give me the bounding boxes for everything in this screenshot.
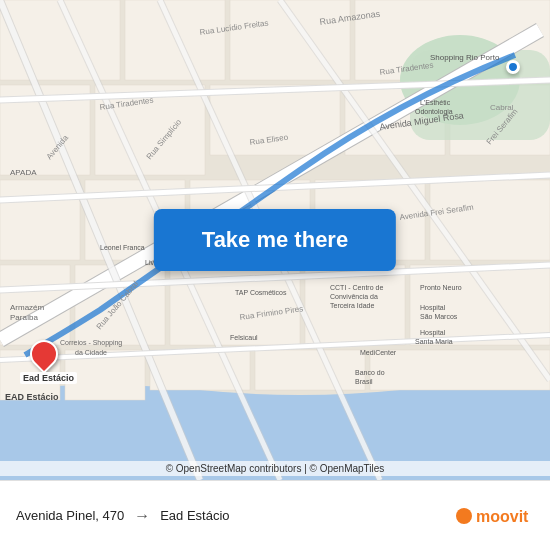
moovit-svg: moovit: [454, 502, 534, 530]
svg-rect-26: [370, 350, 550, 390]
svg-text:EAD Estácio: EAD Estácio: [5, 392, 59, 402]
svg-text:Convivência da: Convivência da: [330, 293, 378, 300]
svg-text:Hospital: Hospital: [420, 329, 446, 337]
svg-text:Felsicaul: Felsicaul: [230, 334, 258, 341]
svg-rect-16: [430, 180, 550, 260]
svg-text:APADA: APADA: [10, 168, 37, 177]
svg-text:moovit: moovit: [476, 508, 529, 525]
svg-text:Odontologia: Odontologia: [415, 108, 453, 116]
svg-text:Brasil: Brasil: [355, 378, 373, 385]
svg-text:Santa Maria: Santa Maria: [415, 338, 453, 345]
svg-text:Pronto Neuro: Pronto Neuro: [420, 284, 462, 291]
svg-text:Leonel Franca: Leonel Franca: [100, 244, 145, 251]
from-label: Avenida Pinel, 470: [16, 508, 124, 523]
map-attribution: © OpenStreetMap contributors | © OpenMap…: [0, 461, 550, 476]
svg-text:Cabral: Cabral: [490, 103, 514, 112]
arrow-icon: →: [134, 507, 150, 525]
origin-marker: [506, 60, 520, 74]
svg-text:TAP Cosméticos: TAP Cosméticos: [235, 289, 287, 296]
svg-text:Terceira Idade: Terceira Idade: [330, 302, 374, 309]
route-info: Avenida Pinel, 470 → Ead Estácio: [16, 507, 454, 525]
destination-pin: Ead Estácio: [30, 340, 58, 368]
svg-text:Paraíba: Paraíba: [10, 313, 39, 322]
svg-text:Shopping Rio Porto: Shopping Rio Porto: [430, 53, 500, 62]
origin-pin: [506, 60, 520, 74]
svg-text:da Cidade: da Cidade: [75, 349, 107, 356]
map-container: Rua Amazonas Rua Lucídio Freitas Rua Tir…: [0, 0, 550, 480]
take-me-there-button[interactable]: Take me there: [154, 209, 396, 271]
moovit-logo: moovit: [454, 502, 534, 530]
svg-text:Hospital: Hospital: [420, 304, 446, 312]
svg-text:São Marcos: São Marcos: [420, 313, 458, 320]
pin-marker: [24, 334, 64, 374]
svg-text:Banco do: Banco do: [355, 369, 385, 376]
to-label: Ead Estácio: [160, 508, 229, 523]
svg-text:L'Esthétic: L'Esthétic: [420, 99, 451, 106]
svg-text:CCTI - Centro de: CCTI - Centro de: [330, 284, 383, 291]
svg-rect-25: [255, 350, 365, 390]
svg-text:MediCenter: MediCenter: [360, 349, 397, 356]
pin-label: Ead Estácio: [20, 372, 77, 384]
svg-rect-12: [0, 180, 80, 260]
svg-text:Armazém: Armazém: [10, 303, 45, 312]
svg-point-81: [456, 508, 472, 524]
bottom-bar: Avenida Pinel, 470 → Ead Estácio moovit: [0, 480, 550, 550]
svg-text:Correios - Shopping: Correios - Shopping: [60, 339, 122, 347]
